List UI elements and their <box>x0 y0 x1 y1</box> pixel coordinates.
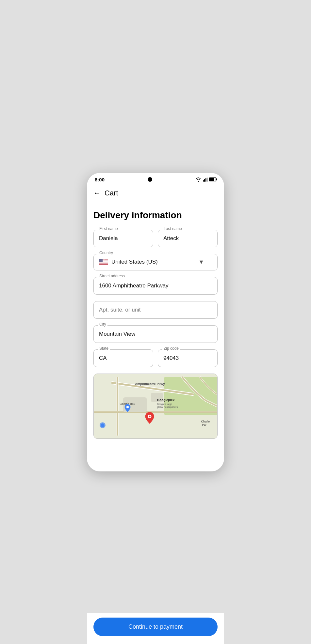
last-name-group: Last name <box>158 230 218 247</box>
svg-rect-23 <box>164 377 217 415</box>
city-label: City <box>98 322 107 327</box>
svg-text:Charle: Charle <box>201 420 210 423</box>
country-label: Country <box>98 251 114 255</box>
svg-rect-15 <box>99 264 108 264</box>
svg-point-37 <box>101 423 105 427</box>
country-select[interactable]: ★★★★★★ ★★★★★ ★★★★★★ ★★★★★ United States … <box>93 254 218 270</box>
apt-group <box>93 301 218 319</box>
map-container[interactable]: Amphitheatre Pkwy Google B40 Googleplex … <box>93 374 218 439</box>
svg-text:Google's large: Google's large <box>157 402 172 405</box>
status-icons <box>195 177 216 182</box>
last-name-input[interactable] <box>158 230 218 247</box>
svg-rect-14 <box>99 264 108 264</box>
svg-rect-3 <box>207 177 207 181</box>
name-row: First name Last name <box>93 230 218 247</box>
svg-point-28 <box>126 406 129 408</box>
street-input[interactable] <box>93 277 218 295</box>
status-bar: 8:00 <box>87 173 224 185</box>
svg-rect-2 <box>205 178 206 182</box>
first-name-group: First name <box>93 230 153 247</box>
state-label: State <box>98 346 110 351</box>
state-zip-row: State Zip code <box>93 349 218 367</box>
svg-rect-12 <box>99 263 108 263</box>
state-input[interactable] <box>93 349 153 367</box>
svg-rect-0 <box>203 180 204 181</box>
svg-rect-11 <box>99 262 108 263</box>
city-group: City <box>93 325 218 343</box>
zip-group: Zip code <box>158 349 218 367</box>
first-name-label: First name <box>98 226 119 231</box>
svg-text:Par: Par <box>202 423 206 426</box>
city-input[interactable] <box>93 325 218 343</box>
page-title: Delivery information <box>93 210 218 221</box>
last-name-label: Last name <box>162 226 183 231</box>
map-svg: Amphitheatre Pkwy Google B40 Googleplex … <box>94 374 217 438</box>
nav-title: Cart <box>105 189 118 197</box>
wifi-icon <box>195 177 201 182</box>
battery-icon <box>209 177 216 181</box>
signal-icon <box>203 177 207 182</box>
camera-dot <box>148 177 152 182</box>
country-value: United States (US) <box>111 259 195 265</box>
apt-input[interactable] <box>93 301 218 319</box>
back-arrow-icon: ← <box>93 189 101 197</box>
svg-rect-16 <box>99 265 108 265</box>
dropdown-arrow-icon: ▼ <box>198 259 204 266</box>
svg-text:Googleplex: Googleplex <box>157 398 175 401</box>
us-flag-icon: ★★★★★★ ★★★★★ ★★★★★★ ★★★★★ <box>99 259 108 265</box>
first-name-input[interactable] <box>93 230 153 247</box>
svg-text:global headquarters: global headquarters <box>157 406 178 408</box>
svg-rect-1 <box>204 179 205 181</box>
zip-input[interactable] <box>158 349 218 367</box>
status-time: 8:00 <box>95 177 105 182</box>
back-button[interactable]: ← <box>93 189 101 197</box>
street-address-group: Street address <box>93 277 218 295</box>
svg-text:Amphitheatre Pkwy: Amphitheatre Pkwy <box>135 382 165 386</box>
svg-text:★★★★★: ★★★★★ <box>99 261 104 262</box>
top-nav: ← Cart <box>87 185 224 202</box>
country-group: Country <box>93 254 218 270</box>
state-group: State <box>93 349 153 367</box>
phone-frame: 8:00 ← Cart <box>87 173 224 471</box>
svg-point-33 <box>149 415 150 417</box>
zip-label: Zip code <box>162 346 180 351</box>
svg-rect-13 <box>99 263 108 263</box>
scroll-content: Delivery information First name Last nam… <box>87 202 224 471</box>
street-label: Street address <box>98 274 126 278</box>
